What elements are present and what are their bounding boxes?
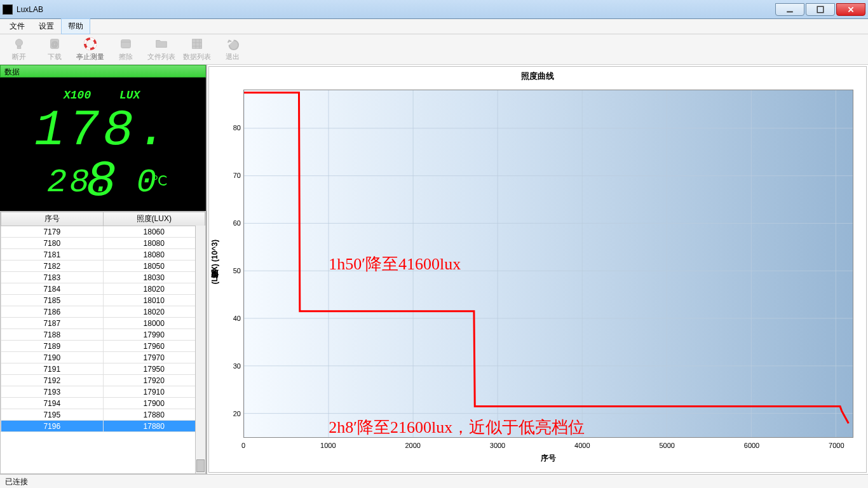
lux-label: LUX: [119, 89, 140, 102]
table-row[interactable]: 718817990: [1, 329, 205, 341]
scale-label: X100: [64, 89, 91, 102]
exit-button[interactable]: 退出: [215, 36, 250, 64]
svg-point-4: [16, 39, 23, 46]
table-row[interactable]: 719417900: [1, 398, 205, 409]
chart-line: [244, 90, 853, 437]
table-row[interactable]: 718218050: [1, 261, 205, 272]
table-row[interactable]: 718418020: [1, 283, 205, 295]
table-row[interactable]: 717918060: [1, 226, 205, 238]
temp-value: 28. 0: [0, 166, 206, 200]
app-icon: [3, 4, 13, 15]
data-table[interactable]: 序号 照度(LUX) 71791806071801808071811808071…: [1, 212, 205, 432]
lifebuoy-icon: [83, 37, 97, 51]
status-text: 已连接: [5, 477, 28, 486]
disconnect-button[interactable]: 断开: [1, 36, 37, 64]
file-list-button[interactable]: 文件列表: [144, 36, 179, 64]
x-axis-label: 序号: [243, 453, 853, 464]
maximize-button[interactable]: [806, 3, 835, 16]
table-row[interactable]: 718118080: [1, 249, 205, 261]
table-row[interactable]: 718917960: [1, 341, 205, 352]
y-axis-ticks: 20304050607080: [220, 83, 243, 440]
data-panel: 数据 X100 LUX 178. 8 28. 0 ℃ 序号 照度(LUX) 71…: [0, 65, 207, 474]
table-row[interactable]: 719217920: [1, 375, 205, 386]
menu-file[interactable]: 文件: [3, 18, 32, 34]
grid-icon: [190, 37, 204, 51]
data-list-button[interactable]: 数据列表: [179, 36, 215, 64]
svg-rect-12: [193, 39, 202, 49]
chart-panel: 照度曲线 照度值(LUX) (10^3) 20304050607080 1h50…: [208, 66, 867, 473]
undo-icon: [226, 37, 240, 51]
lcd-display: X100 LUX 178. 8 28. 0 ℃: [0, 78, 206, 211]
y-axis-label: 照度值(LUX) (10^3): [209, 83, 220, 440]
table-row[interactable]: 718718000: [1, 318, 205, 329]
svg-point-8: [85, 39, 96, 50]
erase-button[interactable]: 擦除: [108, 36, 144, 64]
data-table-wrap: 序号 照度(LUX) 71791806071801808071811808071…: [0, 211, 206, 474]
table-row[interactable]: 718318030: [1, 272, 205, 283]
table-row[interactable]: 718618020: [1, 306, 205, 318]
bulb-icon: [12, 37, 26, 51]
table-row[interactable]: 719117950: [1, 363, 205, 375]
x-axis-ticks: 序号 01000200030004000500060007000: [243, 440, 853, 472]
svg-rect-10: [121, 40, 131, 48]
stop-measure-button[interactable]: 亭止测量: [72, 36, 108, 64]
calendar-erase-icon: [119, 37, 133, 51]
window-titlebar: LuxLAB: [0, 0, 868, 19]
scroll-thumb[interactable]: [196, 459, 205, 472]
window-title: LuxLAB: [17, 5, 43, 14]
table-scrollbar[interactable]: [195, 226, 205, 473]
statusbar: 已连接: [0, 474, 868, 488]
col-seq[interactable]: 序号: [1, 212, 104, 226]
table-row[interactable]: 719017970: [1, 352, 205, 363]
celsius-icon: ℃: [152, 173, 168, 190]
menubar: 文件 设置 帮助: [0, 19, 868, 34]
table-row[interactable]: 718018080: [1, 238, 205, 249]
menu-help[interactable]: 帮助: [61, 18, 90, 34]
menu-settings[interactable]: 设置: [32, 18, 61, 34]
table-row[interactable]: 719617880: [1, 421, 205, 432]
download-icon: @: [48, 37, 62, 51]
table-row[interactable]: 719517880: [1, 409, 205, 421]
download-button[interactable]: @ 下载: [37, 36, 72, 64]
svg-rect-5: [17, 46, 21, 49]
table-row[interactable]: 719317910: [1, 386, 205, 398]
close-button[interactable]: [836, 3, 865, 16]
svg-rect-1: [817, 6, 824, 13]
svg-text:@: @: [51, 40, 58, 48]
folder-icon: [154, 37, 168, 51]
minimize-button[interactable]: [775, 3, 804, 16]
table-row[interactable]: 718518010: [1, 295, 205, 306]
toolbar: 断开 @ 下载 亭止测量 擦除 文件列表 数据列表 退出: [0, 34, 868, 65]
chart-title: 照度曲线: [209, 67, 866, 83]
col-lux[interactable]: 照度(LUX): [103, 212, 205, 226]
data-panel-header: 数据: [0, 65, 206, 78]
plot-area[interactable]: 1h50′降至41600lux 2h8′降至21600lux，近似于低亮档位: [243, 90, 853, 438]
